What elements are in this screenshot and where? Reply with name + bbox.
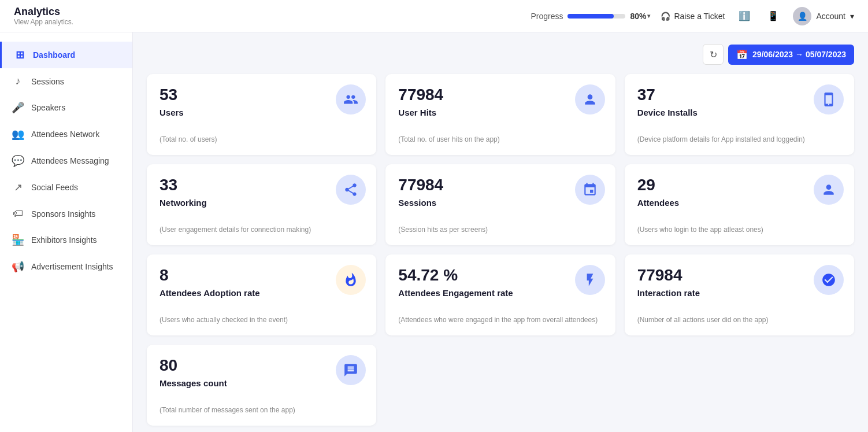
- date-range-button[interactable]: 📅 29/06/2023 → 05/07/2023: [728, 45, 854, 65]
- card-device-installs: 37 Device Installs (Device platform deta…: [625, 74, 854, 155]
- card-engagement-rate-icon: [575, 265, 605, 295]
- card-attendees-number: 29: [637, 176, 841, 194]
- card-interaction-rate: 77984 Interaction rate (Number of all ac…: [625, 254, 854, 335]
- progress-label: Progress: [531, 12, 563, 21]
- card-messages-count-number: 80: [159, 356, 363, 375]
- sponsors-insights-icon: 🏷: [12, 208, 24, 220]
- social-feeds-icon: ↗: [12, 181, 24, 194]
- refresh-button[interactable]: ↻: [703, 44, 724, 65]
- card-messages-count-icon: [336, 355, 366, 385]
- card-engagement-rate-number: 54.72 %: [398, 266, 602, 285]
- app-branding: Analytics View App analytics.: [14, 6, 73, 26]
- sidebar-item-sessions[interactable]: ♪ Sessions: [0, 68, 132, 94]
- sidebar-item-social-feeds[interactable]: ↗ Social Feeds: [0, 174, 132, 201]
- topbar-right: Progress 80% ▾ 🎧 Raise a Ticket ℹ️ 📱 👤 A…: [531, 7, 854, 25]
- card-users-number: 53: [159, 86, 363, 104]
- sidebar-item-attendees-messaging[interactable]: 💬 Attendees Messaging: [0, 147, 132, 174]
- attendees-messaging-icon: 💬: [12, 154, 24, 167]
- progress-bar-fill: [567, 14, 614, 19]
- date-toolbar: ↻ 📅 29/06/2023 → 05/07/2023: [147, 44, 854, 65]
- sidebar-item-sponsors-insights[interactable]: 🏷 Sponsors Insights: [0, 201, 132, 227]
- progress-chevron-icon[interactable]: ▾: [647, 13, 650, 19]
- card-user-hits-desc: (Total no. of user hits on the app): [398, 135, 602, 143]
- topbar: Analytics View App analytics. Progress 8…: [0, 0, 868, 32]
- sidebar-label-speakers: Speakers: [31, 103, 65, 112]
- card-attendees-icon: [814, 175, 844, 205]
- card-engagement-rate-label: Attendees Engagement rate: [398, 288, 602, 298]
- card-user-hits: 77984 User Hits (Total no. of user hits …: [385, 74, 615, 155]
- card-networking: 33 Networking (User engagement details f…: [147, 164, 376, 245]
- card-adoption-rate-desc: (Users who actually checked in the event…: [159, 316, 363, 324]
- calendar-icon: 📅: [736, 49, 748, 60]
- sidebar-label-social-feeds: Social Feeds: [31, 183, 78, 192]
- card-networking-desc: (User engagement details for connection …: [159, 226, 363, 234]
- card-interaction-rate-icon: [814, 265, 844, 295]
- raise-ticket-button[interactable]: 🎧 Raise a Ticket: [661, 12, 725, 21]
- card-engagement-rate: 54.72 % Attendees Engagement rate (Atten…: [385, 254, 615, 335]
- card-users-desc: (Total no. of users): [159, 135, 363, 143]
- card-engagement-rate-desc: (Attendees who were engaged in the app f…: [398, 316, 602, 324]
- account-button[interactable]: 👤 Account ▾: [793, 7, 854, 25]
- card-device-installs-desc: (Device platform details for App install…: [637, 135, 841, 143]
- advertisement-insights-icon: 📢: [12, 260, 24, 273]
- card-users: 53 Users (Total no. of users): [147, 74, 376, 155]
- card-sessions: 77984 Sessions (Session hits as per scre…: [385, 164, 615, 245]
- sidebar-label-sessions: Sessions: [31, 77, 64, 86]
- progress-value: 80% ▾: [630, 12, 650, 21]
- card-users-label: Users: [159, 108, 363, 117]
- card-device-installs-label: Device Installs: [637, 108, 841, 117]
- card-device-installs-number: 37: [637, 86, 841, 104]
- layout: ⊞ Dashboard ♪ Sessions 🎤 Speakers 👥 Atte…: [0, 0, 868, 432]
- card-user-hits-icon: [575, 84, 605, 115]
- account-chevron-icon: ▾: [850, 12, 854, 21]
- sidebar-item-dashboard[interactable]: ⊞ Dashboard: [0, 42, 132, 68]
- card-user-hits-number: 77984: [398, 86, 602, 104]
- sidebar-item-speakers[interactable]: 🎤 Speakers: [0, 94, 132, 121]
- card-networking-number: 33: [159, 176, 363, 194]
- card-adoption-rate: 8 Attendees Adoption rate (Users who act…: [147, 254, 376, 335]
- card-messages-count: 80 Messages count (Total number of messa…: [147, 345, 376, 426]
- card-users-icon: [336, 84, 366, 115]
- card-sessions-label: Sessions: [398, 198, 602, 208]
- exhibitors-insights-icon: 🏪: [12, 234, 24, 246]
- card-networking-icon: [336, 175, 366, 205]
- card-sessions-icon: [575, 175, 605, 205]
- attendees-network-icon: 👥: [12, 128, 24, 141]
- sidebar-item-advertisement-insights[interactable]: 📢 Advertisement Insights: [0, 253, 132, 280]
- sidebar-label-advertisement-insights: Advertisement Insights: [31, 262, 113, 271]
- sidebar-label-attendees-messaging: Attendees Messaging: [31, 156, 109, 165]
- card-messages-count-label: Messages count: [159, 378, 363, 388]
- sidebar-label-attendees-network: Attendees Network: [31, 130, 99, 139]
- card-interaction-rate-number: 77984: [637, 266, 841, 285]
- sidebar-label-dashboard: Dashboard: [33, 50, 75, 60]
- device-icon[interactable]: 📱: [764, 7, 782, 25]
- card-interaction-rate-desc: (Number of all actions user did on the a…: [637, 316, 841, 324]
- card-adoption-rate-label: Attendees Adoption rate: [159, 288, 363, 298]
- date-range-text: 29/06/2023 → 05/07/2023: [752, 50, 846, 59]
- card-sessions-number: 77984: [398, 176, 602, 194]
- sidebar-item-exhibitors-insights[interactable]: 🏪 Exhibitors Insights: [0, 227, 132, 253]
- speakers-icon: 🎤: [12, 101, 24, 114]
- sidebar-label-exhibitors-insights: Exhibitors Insights: [31, 235, 97, 245]
- progress-bar-track: [567, 14, 625, 19]
- app-title: Analytics: [14, 6, 73, 18]
- card-attendees: 29 Attendees (Users who login to the app…: [625, 164, 854, 245]
- app-subtitle: View App analytics.: [14, 18, 73, 26]
- card-user-hits-label: User Hits: [398, 108, 602, 117]
- sidebar-label-sponsors-insights: Sponsors Insights: [31, 209, 95, 219]
- card-attendees-desc: (Users who login to the app atleast ones…: [637, 226, 841, 234]
- card-interaction-rate-label: Interaction rate: [637, 288, 841, 298]
- card-adoption-rate-number: 8: [159, 266, 363, 285]
- sidebar: ⊞ Dashboard ♪ Sessions 🎤 Speakers 👥 Atte…: [0, 32, 133, 432]
- card-adoption-rate-icon: [336, 265, 366, 295]
- card-device-installs-icon: [814, 84, 844, 115]
- dashboard-icon: ⊞: [13, 49, 26, 61]
- card-networking-label: Networking: [159, 198, 363, 208]
- sessions-icon: ♪: [12, 75, 24, 87]
- sidebar-item-attendees-network[interactable]: 👥 Attendees Network: [0, 121, 132, 147]
- main-content: ↻ 📅 29/06/2023 → 05/07/2023 53 Users (To…: [133, 32, 868, 432]
- card-attendees-label: Attendees: [637, 198, 841, 208]
- avatar: 👤: [793, 7, 811, 25]
- cards-grid: 53 Users (Total no. of users) 77984 User…: [147, 74, 854, 426]
- info-icon[interactable]: ℹ️: [735, 7, 754, 25]
